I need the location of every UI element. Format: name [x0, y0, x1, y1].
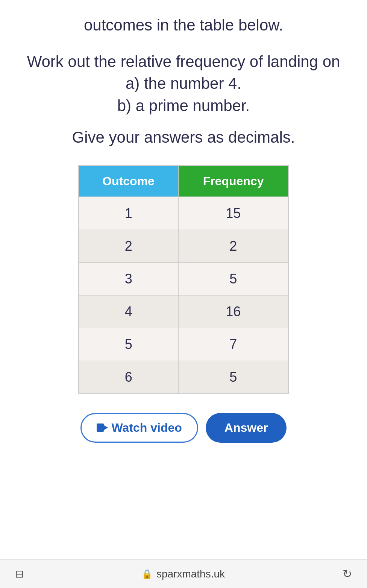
video-icon: [97, 423, 108, 432]
monitor-icon: ⊟: [15, 568, 24, 580]
bottom-bar-center: 🔒 sparxmaths.uk: [141, 568, 225, 580]
outcome-cell: 6: [79, 361, 178, 394]
question-text: Work out the relative frequency of landi…: [27, 51, 340, 117]
table-row: 35: [79, 262, 288, 295]
outcome-cell: 2: [79, 230, 178, 262]
frequency-cell: 2: [178, 230, 288, 262]
outcome-cell: 3: [79, 262, 178, 295]
frequency-cell: 16: [178, 295, 288, 328]
refresh-icon[interactable]: ↻: [343, 567, 352, 580]
table-row: 416: [79, 295, 288, 328]
site-url: sparxmaths.uk: [156, 568, 225, 580]
lock-icon: 🔒: [141, 569, 153, 579]
svg-rect-0: [97, 423, 104, 432]
frequency-cell: 15: [178, 197, 288, 230]
give-answers-text: Give your answers as decimals.: [72, 128, 295, 146]
frequency-header: Frequency: [178, 166, 288, 197]
table-row: 57: [79, 328, 288, 361]
frequency-cell: 5: [178, 262, 288, 295]
frequency-cell: 5: [178, 361, 288, 394]
outcome-header: Outcome: [79, 166, 178, 197]
watch-video-button[interactable]: Watch video: [80, 413, 198, 443]
bottom-bar: ⊟ 🔒 sparxmaths.uk ↻: [0, 559, 367, 588]
outcome-cell: 5: [79, 328, 178, 361]
svg-marker-1: [104, 425, 108, 430]
outcome-cell: 4: [79, 295, 178, 328]
table-row: 65: [79, 361, 288, 394]
frequency-cell: 7: [178, 328, 288, 361]
table-row: 115: [79, 197, 288, 230]
subtitle-text: outcomes in the table below.: [84, 15, 283, 36]
watch-video-label: Watch video: [112, 421, 182, 435]
action-buttons: Watch video Answer: [80, 413, 287, 443]
answer-button[interactable]: Answer: [206, 413, 287, 443]
table-row: 22: [79, 230, 288, 262]
main-content: outcomes in the table below. Work out th…: [0, 0, 367, 559]
outcome-cell: 1: [79, 197, 178, 230]
frequency-table: Outcome Frequency 11522354165765: [78, 165, 289, 394]
